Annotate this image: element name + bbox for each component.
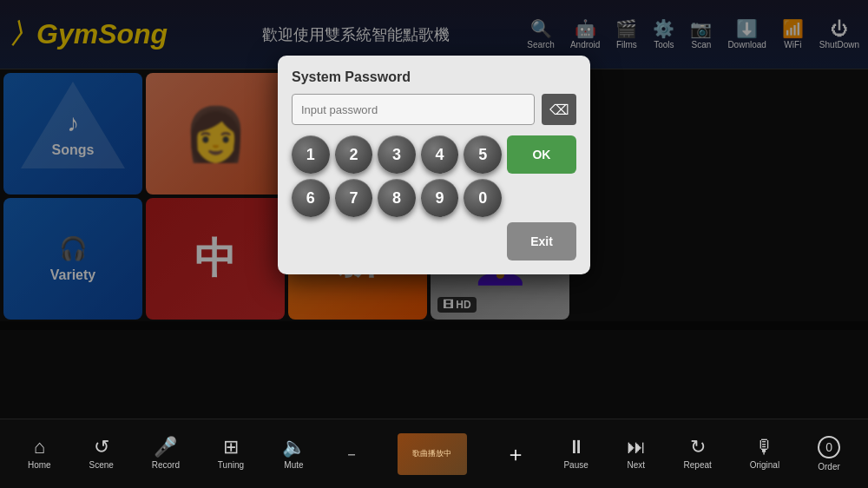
system-password-dialog: System Password ⌫ 1 2 3 4 5 OK 6 7 8 9 0… bbox=[278, 56, 590, 274]
numpad-row1: 1 2 3 4 5 OK bbox=[292, 135, 576, 174]
pause-icon: ⏸ bbox=[567, 438, 586, 457]
dialog-title: System Password bbox=[292, 69, 576, 85]
ok-button[interactable]: OK bbox=[507, 135, 576, 174]
backspace-button[interactable]: ⌫ bbox=[542, 94, 576, 125]
video-thumb-inner: 歌曲播放中 bbox=[398, 433, 467, 475]
mute-label: Mute bbox=[284, 460, 303, 470]
key-7[interactable]: 7 bbox=[335, 179, 373, 217]
mute-icon: 🔈 bbox=[282, 438, 306, 457]
key-4[interactable]: 4 bbox=[421, 135, 459, 174]
next-label: Next bbox=[627, 460, 645, 470]
pause-label: Pause bbox=[563, 460, 588, 470]
minus-icon: － bbox=[344, 446, 359, 462]
record-label: Record bbox=[152, 460, 180, 470]
bottom-order[interactable]: 0 Order bbox=[818, 436, 840, 472]
key-0[interactable]: 0 bbox=[464, 179, 502, 217]
order-label: Order bbox=[818, 462, 840, 472]
key-5[interactable]: 5 bbox=[464, 135, 502, 174]
bottom-scene[interactable]: ↺ Scene bbox=[89, 438, 114, 470]
home-icon: ⌂ bbox=[34, 438, 45, 457]
bottom-next[interactable]: ⏭ Next bbox=[627, 438, 646, 470]
bottom-tuning[interactable]: ⊞ Tuning bbox=[218, 438, 244, 470]
key-1[interactable]: 1 bbox=[292, 135, 330, 174]
home-label: Home bbox=[28, 460, 51, 470]
repeat-label: Repeat bbox=[684, 460, 712, 470]
order-icon: 0 bbox=[818, 436, 840, 458]
video-thumbnail[interactable]: 歌曲播放中 bbox=[398, 433, 467, 475]
numpad-row2: 6 7 8 9 0 Exit bbox=[292, 179, 576, 260]
dialog-input-row: ⌫ bbox=[292, 94, 576, 125]
dialog-overlay: System Password ⌫ 1 2 3 4 5 OK 6 7 8 9 0… bbox=[0, 0, 868, 330]
bottom-home[interactable]: ⌂ Home bbox=[28, 438, 51, 470]
tuning-label: Tuning bbox=[218, 460, 244, 470]
next-icon: ⏭ bbox=[627, 438, 646, 457]
record-icon: 🎤 bbox=[154, 438, 177, 457]
key-3[interactable]: 3 bbox=[378, 135, 416, 174]
repeat-icon: ↻ bbox=[690, 438, 706, 457]
tuning-icon: ⊞ bbox=[223, 438, 239, 457]
bottom-bar: ⌂ Home ↺ Scene 🎤 Record ⊞ Tuning 🔈 Mute … bbox=[0, 419, 868, 488]
key-2[interactable]: 2 bbox=[335, 135, 373, 174]
scene-label: Scene bbox=[89, 460, 114, 470]
password-input[interactable] bbox=[292, 94, 535, 125]
add-icon: ＋ bbox=[505, 444, 526, 465]
bottom-mute[interactable]: 🔈 Mute bbox=[282, 438, 306, 470]
bottom-record[interactable]: 🎤 Record bbox=[152, 438, 180, 470]
bottom-repeat[interactable]: ↻ Repeat bbox=[684, 438, 712, 470]
original-icon: 🎙 bbox=[755, 438, 774, 457]
add-button[interactable]: ＋ bbox=[505, 444, 526, 465]
key-9[interactable]: 9 bbox=[421, 179, 459, 217]
volume-minus[interactable]: － bbox=[344, 446, 359, 462]
key-6[interactable]: 6 bbox=[292, 179, 330, 217]
bottom-original[interactable]: 🎙 Original bbox=[750, 438, 779, 470]
bottom-pause[interactable]: ⏸ Pause bbox=[563, 438, 588, 470]
original-label: Original bbox=[750, 460, 779, 470]
scene-icon: ↺ bbox=[94, 438, 109, 457]
exit-button[interactable]: Exit bbox=[507, 222, 576, 260]
key-8[interactable]: 8 bbox=[378, 179, 416, 217]
